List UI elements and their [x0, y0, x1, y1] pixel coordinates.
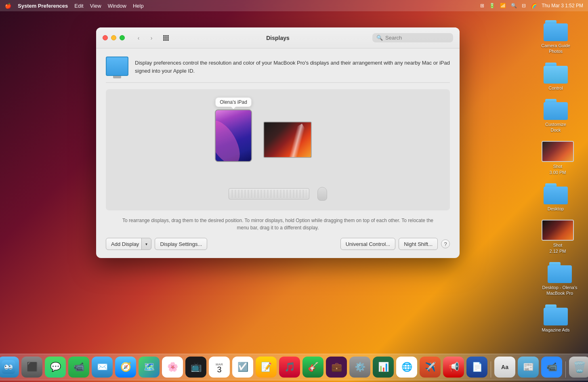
dock-icon-instruments[interactable]: 🎸: [302, 357, 323, 378]
menubar: 🍎 System Preferences Edit View Window He…: [0, 0, 588, 11]
svg-rect-0: [163, 35, 165, 37]
dock-icon-launchpad[interactable]: ⬛: [21, 357, 42, 378]
menu-window[interactable]: Window: [108, 3, 126, 9]
icon-label-desktop-macbook: Desktop - Olena's MacBook Pro: [540, 285, 580, 296]
search-icon[interactable]: 🔍: [511, 3, 517, 8]
dock-icon-dict[interactable]: Aa: [494, 357, 515, 378]
dock-icon-reeder[interactable]: 📰: [518, 357, 539, 378]
battery-icon[interactable]: 🔋: [489, 3, 495, 8]
control-center-icon[interactable]: ⊟: [522, 3, 526, 8]
instruction-text: To rearrange displays, drag them to the …: [106, 217, 450, 231]
svg-rect-4: [165, 37, 167, 39]
macbook-wallpaper: [264, 122, 311, 157]
dock-icon-tv[interactable]: 📺: [185, 357, 206, 378]
apple-menu[interactable]: 🍎: [5, 3, 11, 9]
dock-icon-safari[interactable]: 🧭: [115, 357, 136, 378]
menubar-right: ⊞ 🔋 📶 🔍 ⊟ 🌈 Thu Mar 3 1:52 PM: [480, 3, 583, 8]
nav-buttons: ‹ ›: [133, 34, 157, 42]
svg-rect-6: [163, 39, 165, 41]
app-name[interactable]: System Preferences: [18, 3, 68, 9]
desktop-icon-camera-guide[interactable]: Camera Guide Photos: [540, 20, 572, 55]
add-display-label: Add Display: [111, 241, 139, 247]
ipad-container[interactable]: Olena's iPad: [215, 97, 252, 162]
add-display-dropdown[interactable]: ▾: [141, 238, 151, 250]
ipad-screen[interactable]: [215, 109, 252, 162]
night-shift-button[interactable]: Night Shift...: [399, 238, 438, 250]
desktop-icon-control[interactable]: Control: [540, 63, 572, 91]
search-box[interactable]: 🔍: [372, 33, 453, 42]
svg-rect-8: [167, 39, 169, 41]
icon-label-shot1: Shot3.00 PM: [550, 164, 566, 175]
dock-icon-excel[interactable]: 📊: [373, 357, 394, 378]
dock-icon-notes[interactable]: 📝: [256, 357, 277, 378]
keyboard-icon: [229, 188, 309, 199]
info-banner: Display preferences control the resoluti…: [106, 57, 450, 83]
dock: ⬛ 💬 📹 ✉️ 🧭 🗺️ 🌸 📺 MAR 3 ☑️ 📝 🎵 🎸 💼 ⚙️ 📊 …: [0, 354, 588, 380]
desktop-icon-desktop-macbook[interactable]: Desktop - Olena's MacBook Pro: [540, 262, 580, 296]
minimize-button[interactable]: [111, 35, 116, 40]
dock-icon-airmail[interactable]: ✈️: [420, 357, 441, 378]
dock-icon-mail[interactable]: ✉️: [92, 357, 113, 378]
bottom-buttons: Add Display ▾ Display Settings... Univer…: [106, 238, 450, 250]
dock-icon-messages[interactable]: 💬: [45, 357, 66, 378]
icon-label-camera-guide: Camera Guide Photos: [540, 43, 572, 55]
display-settings-button[interactable]: Display Settings...: [155, 238, 207, 250]
search-magnifier-icon: 🔍: [376, 35, 383, 41]
displays-window: ‹ › Displays 🔍: [96, 27, 460, 258]
back-button[interactable]: ‹: [133, 34, 144, 42]
add-display-button[interactable]: Add Display ▾: [106, 238, 151, 250]
display-settings-label: Display Settings...: [160, 241, 202, 247]
dock-icon-finder[interactable]: [0, 357, 19, 378]
svg-rect-3: [163, 37, 165, 39]
dock-icon-word[interactable]: 📄: [466, 357, 487, 378]
dock-icon-trash[interactable]: 🗑️: [569, 357, 588, 378]
svg-rect-5: [167, 37, 169, 39]
titlebar: ‹ › Displays 🔍: [96, 27, 460, 48]
mouse-icon: [317, 187, 327, 201]
menu-edit[interactable]: Edit: [74, 3, 83, 9]
keyboard-area: [229, 187, 327, 201]
close-button[interactable]: [103, 35, 108, 40]
ipad-label: Olena's iPad: [215, 97, 252, 107]
desktop-icon-screenshot1[interactable]: Shot3.00 PM: [540, 141, 576, 175]
wifi-icon[interactable]: 📶: [500, 3, 506, 8]
help-button[interactable]: ?: [441, 239, 450, 248]
dock-icon-sysprefs[interactable]: ⚙️: [349, 357, 370, 378]
grid-button[interactable]: [160, 34, 172, 42]
dock-icon-facetime[interactable]: 📹: [68, 357, 89, 378]
desktop-icon-screenshot2[interactable]: Shot2.12 PM: [540, 220, 576, 254]
desktop-icon-customize-dock[interactable]: Customize Dock: [540, 99, 572, 133]
forward-button[interactable]: ›: [146, 34, 157, 42]
icon-label-control: Control: [548, 85, 563, 91]
search-input[interactable]: [385, 35, 449, 41]
dock-icon-chrome[interactable]: 🌐: [396, 357, 417, 378]
dock-icon-presentations[interactable]: 📢: [443, 357, 464, 378]
icon-label-desktop: Desktop: [548, 206, 564, 212]
window-content: Display preferences control the resoluti…: [96, 48, 460, 258]
desktop-icon-magazine-ads[interactable]: Magazine Ads: [540, 304, 572, 333]
icon-label-shot2: Shot2.12 PM: [550, 242, 566, 254]
universal-control-button[interactable]: Universal Control...: [340, 238, 396, 250]
dock-icon-reminders[interactable]: ☑️: [232, 357, 253, 378]
macbook-screen[interactable]: [263, 122, 312, 158]
maximize-button[interactable]: [120, 35, 125, 40]
dock-icon-zoom[interactable]: 📹: [541, 357, 562, 378]
dock-icon-music[interactable]: 🎵: [279, 357, 300, 378]
dock-icon-maps[interactable]: 🗺️: [139, 357, 160, 378]
help-label: ?: [444, 241, 447, 247]
siri-icon[interactable]: 🌈: [531, 3, 537, 8]
screen-mirroring-icon[interactable]: ⊞: [480, 3, 484, 8]
universal-control-label: Universal Control...: [346, 241, 391, 247]
menu-help[interactable]: Help: [133, 3, 144, 9]
dock-icon-calendar[interactable]: MAR 3: [209, 357, 230, 378]
dock-separator-2: [565, 361, 566, 378]
dock-icon-photos[interactable]: 🌸: [162, 357, 183, 378]
macbook-container[interactable]: [263, 122, 312, 158]
dock-icon-slack[interactable]: 💼: [326, 357, 347, 378]
menu-view[interactable]: View: [90, 3, 101, 9]
svg-rect-2: [167, 35, 169, 37]
arrangement-area: Olena's iPad: [106, 89, 450, 210]
desktop-icons: Camera Guide Photos Control Customize Do…: [540, 20, 580, 333]
desktop-icon-desktop[interactable]: Desktop: [540, 183, 572, 212]
svg-point-12: [5, 366, 6, 367]
